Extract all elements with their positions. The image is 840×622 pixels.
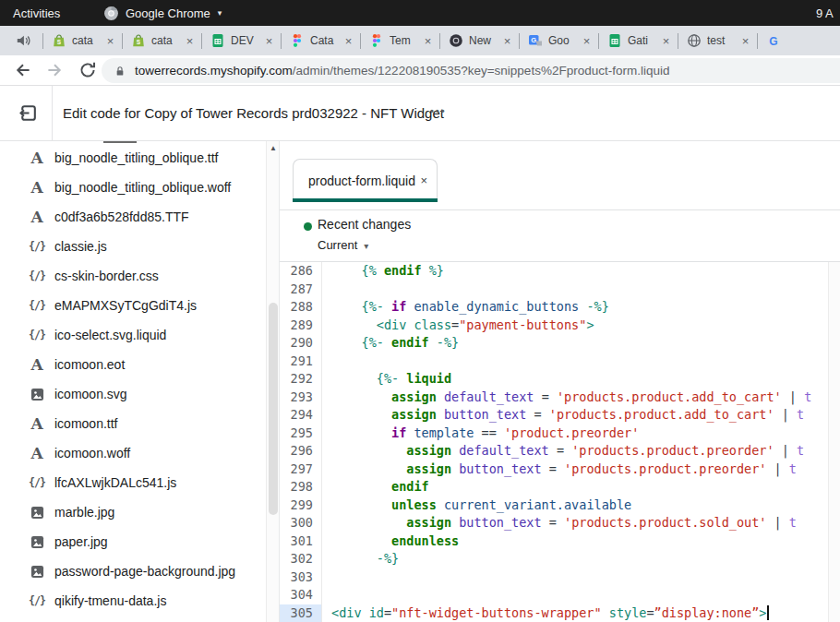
code-line-300[interactable]: 300 assign button_text = 'products.produ…: [280, 514, 828, 532]
sheets-favicon: [210, 33, 225, 48]
code-line-299[interactable]: 299 unless current_variant.available: [280, 496, 828, 515]
browser-tab[interactable]: Scata×: [123, 26, 201, 55]
code-line-301[interactable]: 301 endunless: [280, 532, 828, 551]
back-button[interactable]: [13, 60, 33, 80]
lock-icon[interactable]: [114, 65, 126, 78]
code-line-288[interactable]: 288 {%- if enable_dynamic_buttons -%}: [280, 298, 828, 317]
code-token: |: [782, 389, 804, 404]
file-item-c0df3a6b528fdd85.TTF[interactable]: Ac0df3a6b528fdd85.TTF: [0, 202, 266, 232]
tab-close-icon[interactable]: ×: [580, 35, 594, 47]
address-bar[interactable]: towerrecords.myshopify.com/admin/themes/…: [102, 58, 840, 83]
tab-close-icon[interactable]: ×: [183, 35, 197, 47]
file-item-qikify-tmenu-data.js[interactable]: {/}qikify-tmenu-data.js: [0, 586, 266, 616]
code-line-293[interactable]: 293 assign default_text = 'products.prod…: [280, 389, 828, 407]
code-token: button_text: [444, 407, 526, 422]
reload-button[interactable]: [78, 60, 98, 80]
code-line-298[interactable]: 298 endif: [280, 478, 828, 496]
code-line-305[interactable]: 305<div id="nft-widget-buttons-wrapper" …: [280, 604, 828, 622]
file-item-big_noodle_titling_oblique.woff[interactable]: Abig_noodle_titling_oblique.woff: [0, 173, 266, 202]
sidebar-scrollbar[interactable]: ▲: [266, 141, 279, 622]
tab-close-icon[interactable]: ×: [421, 35, 435, 47]
more-actions-button[interactable]: •••: [430, 105, 447, 116]
code-token: if: [391, 299, 406, 314]
browser-tab[interactable]: Cata×: [282, 26, 360, 55]
line-content: unless current_variant.available: [322, 496, 631, 515]
line-content: {%- if enable_dynamic_buttons -%}: [322, 298, 609, 317]
tab-close-icon[interactable]: ×: [103, 35, 117, 47]
file-item-ico-select.svg.liquid[interactable]: {/}ico-select.svg.liquid: [0, 320, 266, 350]
line-number: 286: [280, 262, 322, 281]
exit-code-editor-button[interactable]: [18, 102, 39, 124]
code-line-295[interactable]: 295 if template == 'product.preorder': [280, 425, 828, 443]
code-line-296[interactable]: 296 assign default_text = 'products.prod…: [280, 442, 828, 461]
tab-title: cata: [151, 34, 183, 47]
file-item-password-page-background.jpg[interactable]: password-page-background.jpg: [0, 556, 266, 586]
code-token: assign: [406, 461, 451, 476]
tab-close-icon[interactable]: ×: [659, 35, 673, 47]
code-lines[interactable]: 286 {% endif %}287288 {%- if enable_dyna…: [280, 262, 828, 622]
file-item-icomoon.eot[interactable]: Aicomoon.eot: [0, 350, 266, 379]
editor-file-tab[interactable]: product-form.liquid ×: [293, 159, 438, 201]
tab-title: test: [707, 34, 738, 47]
file-item-icomoon.svg[interactable]: icomoon.svg: [0, 379, 266, 409]
file-item-eMAPMXSyTCgGdiT4.js[interactable]: {/}eMAPMXSyTCgGdiT4.js: [0, 291, 266, 320]
tab-close-icon[interactable]: ×: [500, 35, 514, 47]
file-item-paper.jpg[interactable]: paper.jpg: [0, 527, 266, 556]
browser-tab[interactable]: Gati×: [599, 26, 678, 55]
file-name: eMAPMXSyTCgGdiT4.js: [54, 298, 197, 313]
browser-tab[interactable]: test×: [678, 26, 757, 55]
code-line-292[interactable]: 292 {%- liquid: [280, 370, 828, 389]
code-line-304[interactable]: 304: [280, 586, 828, 604]
tab-close-icon[interactable]: ×: [262, 35, 276, 47]
code-token: assign: [406, 515, 451, 530]
code-line-286[interactable]: 286 {% endif %}: [280, 262, 828, 281]
code-line-290[interactable]: 290 {%- endif -%}: [280, 334, 828, 353]
app-menu[interactable]: Google Chrome ▾: [103, 6, 222, 21]
file-item-icomoon.ttf[interactable]: Aicomoon.ttf: [0, 409, 266, 438]
divider: [280, 209, 840, 210]
tab-close-icon[interactable]: ×: [342, 35, 355, 47]
code-token: =: [542, 515, 564, 530]
version-dropdown[interactable]: Current▾: [318, 238, 368, 252]
clock[interactable]: 9 A: [816, 6, 834, 20]
file-item-big_noodle_titling_oblique.ttf[interactable]: Abig_noodle_titling_oblique.ttf: [0, 143, 266, 173]
file-name: icomoon.woff: [54, 446, 130, 461]
activities-button[interactable]: Activities: [13, 6, 60, 20]
text-cursor: [767, 605, 769, 620]
image-file-icon: [27, 506, 47, 520]
browser-tab[interactable]: New×: [440, 26, 519, 55]
file-item-cs-skin-border.css[interactable]: {/}cs-skin-border.css: [0, 261, 266, 291]
file-item-lfcAXLwjkDALc541.js[interactable]: {/}lfcAXLwjkDALc541.js: [0, 468, 266, 497]
browser-tab[interactable]: GGoo×: [520, 26, 598, 55]
code-token: %}: [422, 263, 444, 278]
code-token: "nft-widget-buttons-wrapper": [391, 605, 602, 620]
code-line-303[interactable]: 303: [280, 568, 828, 587]
code-line-294[interactable]: 294 assign button_text = 'products.produ…: [280, 406, 828, 425]
browser-tab[interactable]: Tem×: [361, 26, 439, 55]
browser-tab[interactable]: G: [758, 26, 836, 55]
code-line-289[interactable]: 289 <div class="payment-buttons">: [280, 317, 828, 335]
browser-tab[interactable]: DEV×: [202, 26, 281, 55]
tab-title: DEV: [231, 34, 262, 47]
scroll-up-icon[interactable]: ▲: [267, 144, 280, 152]
code-token: [331, 263, 362, 278]
forward-button[interactable]: [44, 60, 65, 80]
code-line-291[interactable]: 291: [280, 353, 828, 371]
code-line-297[interactable]: 297 assign button_text = 'products.produ…: [280, 461, 828, 479]
code-line-287[interactable]: 287: [280, 281, 828, 299]
file-item-icomoon.woff[interactable]: Aicomoon.woff: [0, 438, 266, 468]
code-token: [331, 515, 406, 530]
line-number: 302: [280, 550, 322, 568]
code-line-302[interactable]: 302 -%}: [280, 550, 828, 568]
scrollbar-thumb[interactable]: [269, 303, 278, 515]
code-token: [437, 389, 444, 404]
code-token: 'products.product.preorder': [571, 443, 774, 458]
tab-close-icon[interactable]: ×: [738, 35, 752, 47]
editor-scrollbar[interactable]: [828, 262, 840, 622]
browser-tab[interactable]: Scata×: [43, 26, 122, 55]
file-item-classie.js[interactable]: {/}classie.js: [0, 232, 266, 261]
code-token: {%-: [362, 299, 392, 314]
editor-tab-close-icon[interactable]: ×: [420, 173, 427, 187]
line-number: 287: [280, 281, 322, 299]
file-item-marble.jpg[interactable]: marble.jpg: [0, 497, 266, 527]
